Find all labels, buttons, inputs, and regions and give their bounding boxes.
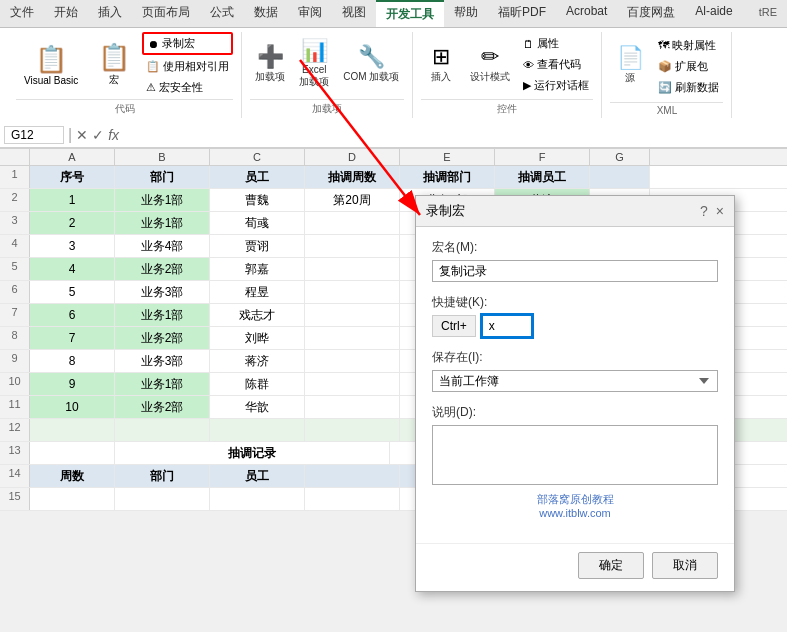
cell-c10[interactable]: 陈群 [210,373,305,395]
cell-a9[interactable]: 8 [30,350,115,372]
macro-security-button[interactable]: ⚠ 宏安全性 [142,78,233,97]
tab-insert[interactable]: 插入 [88,0,132,27]
cell-c9[interactable]: 蒋济 [210,350,305,372]
dialog-question-button[interactable]: ? [700,203,708,219]
col-b-header[interactable]: B [115,149,210,165]
cell-c11[interactable]: 华歆 [210,396,305,418]
col-d-header[interactable]: D [305,149,400,165]
cell-a1[interactable]: 序号 [30,166,115,188]
refresh-button[interactable]: 🔄 刷新数据 [654,78,723,97]
confirm-formula-icon[interactable]: ✓ [92,127,104,143]
cell-d14[interactable] [305,465,400,487]
design-mode-button[interactable]: ✏ 设计模式 [465,43,515,87]
tab-page-layout[interactable]: 页面布局 [132,0,200,27]
macro-name-input[interactable] [432,260,718,282]
record-macro-button[interactable]: ⏺ 录制宏 [142,32,233,55]
cell-c15[interactable] [210,488,305,510]
cell-d3[interactable] [305,212,400,234]
cell-d11[interactable] [305,396,400,418]
cell-c4[interactable]: 贾诩 [210,235,305,257]
cell-d5[interactable] [305,258,400,280]
use-relative-button[interactable]: 📋 使用相对引用 [142,57,233,76]
cell-c5[interactable]: 郭嘉 [210,258,305,280]
cell-d2[interactable]: 第20周 [305,189,400,211]
dialog-close-button[interactable]: × [716,203,724,219]
tab-data[interactable]: 数据 [244,0,288,27]
cell-c8[interactable]: 刘晔 [210,327,305,349]
tab-start[interactable]: 开始 [44,0,88,27]
cell-b14[interactable]: 部门 [115,465,210,487]
cell-a2[interactable]: 1 [30,189,115,211]
cell-a5[interactable]: 4 [30,258,115,280]
insert-control-button[interactable]: ⊞ 插入 [421,43,461,87]
cell-a15[interactable] [30,488,115,510]
properties-button[interactable]: 🗒 属性 [519,34,593,53]
tab-al-aide[interactable]: Al-aide [685,0,742,27]
tab-baidu-drive[interactable]: 百度网盘 [617,0,685,27]
cell-a12[interactable] [30,419,115,441]
cell-c6[interactable]: 程昱 [210,281,305,303]
cell-b4[interactable]: 业务4部 [115,235,210,257]
cell-b6[interactable]: 业务3部 [115,281,210,303]
source-button[interactable]: 📄 源 [610,44,650,88]
cancel-button[interactable]: 取消 [652,552,718,579]
cell-a3[interactable]: 2 [30,212,115,234]
cell-a11[interactable]: 10 [30,396,115,418]
cell-a10[interactable]: 9 [30,373,115,395]
cell-d12[interactable] [305,419,400,441]
tab-foxit-pdf[interactable]: 福昕PDF [488,0,556,27]
cell-d7[interactable] [305,304,400,326]
excel-addins-button[interactable]: 📊 Excel加载项 [294,37,334,92]
tab-acrobat[interactable]: Acrobat [556,0,617,27]
cell-d6[interactable] [305,281,400,303]
ok-button[interactable]: 确定 [578,552,644,579]
col-f-header[interactable]: F [495,149,590,165]
cell-b13[interactable]: 抽调记录 [115,442,390,464]
store-select[interactable]: 当前工作簿个人宏工作簿新工作簿 [432,370,718,392]
formula-input[interactable] [123,128,783,142]
tab-formula[interactable]: 公式 [200,0,244,27]
map-properties-button[interactable]: 🗺 映射属性 [654,36,723,55]
cell-a14[interactable]: 周数 [30,465,115,487]
col-a-header[interactable]: A [30,149,115,165]
col-c-header[interactable]: C [210,149,305,165]
addins-button[interactable]: ➕ 加载项 [250,43,290,87]
cell-c7[interactable]: 戏志才 [210,304,305,326]
com-addins-button[interactable]: 🔧 COM 加载项 [338,43,404,87]
cell-b8[interactable]: 业务2部 [115,327,210,349]
cell-a7[interactable]: 6 [30,304,115,326]
view-code-button[interactable]: 👁 查看代码 [519,55,593,74]
cell-b15[interactable] [115,488,210,510]
cell-b10[interactable]: 业务1部 [115,373,210,395]
cell-c3[interactable]: 荀彧 [210,212,305,234]
cell-c1[interactable]: 员工 [210,166,305,188]
cell-c14[interactable]: 员工 [210,465,305,487]
cell-a13[interactable] [30,442,115,464]
col-g-header[interactable]: G [590,149,650,165]
cell-b9[interactable]: 业务3部 [115,350,210,372]
visual-basic-button[interactable]: 📋 Visual Basic [16,41,86,89]
cancel-formula-icon[interactable]: ✕ [76,127,88,143]
cell-b1[interactable]: 部门 [115,166,210,188]
cell-g1[interactable] [590,166,650,188]
cell-c12[interactable] [210,419,305,441]
shortcut-input[interactable] [482,315,532,337]
cell-a8[interactable]: 7 [30,327,115,349]
tab-help[interactable]: 帮助 [444,0,488,27]
cell-d4[interactable] [305,235,400,257]
cell-f1[interactable]: 抽调员工 [495,166,590,188]
cell-d15[interactable] [305,488,400,510]
function-icon[interactable]: fx [108,127,119,143]
cell-b5[interactable]: 业务2部 [115,258,210,280]
cell-b11[interactable]: 业务2部 [115,396,210,418]
tab-file[interactable]: 文件 [0,0,44,27]
cell-reference[interactable]: G12 [4,126,64,144]
cell-b12[interactable] [115,419,210,441]
cell-d10[interactable] [305,373,400,395]
tab-review[interactable]: 审阅 [288,0,332,27]
cell-a4[interactable]: 3 [30,235,115,257]
cell-c2[interactable]: 曹魏 [210,189,305,211]
cell-d9[interactable] [305,350,400,372]
desc-textarea[interactable] [432,425,718,485]
cell-e1[interactable]: 抽调部门 [400,166,495,188]
